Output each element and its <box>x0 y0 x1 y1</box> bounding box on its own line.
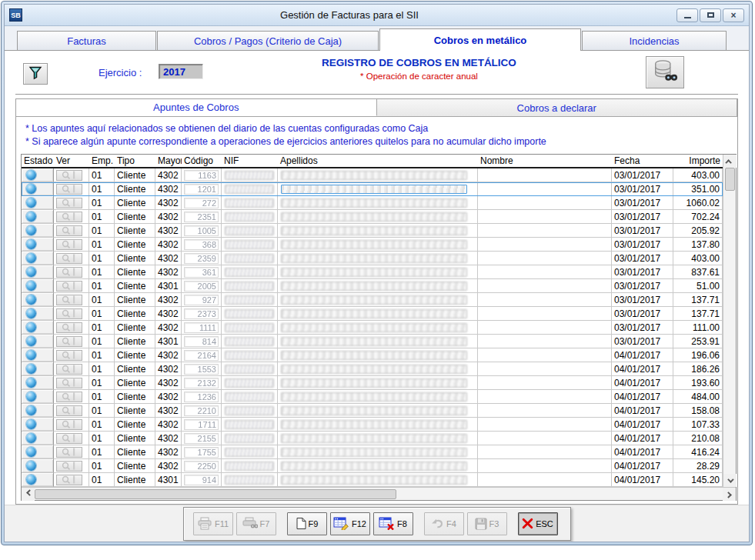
close-button[interactable]: × <box>723 8 744 22</box>
table-row[interactable]: 01 Cliente 4302 1005 03/01/2017 205.92 <box>22 224 723 238</box>
scroll-right-button[interactable] <box>723 488 736 501</box>
table-row[interactable]: 01 Cliente 4302 2351 03/01/2017 702.24 <box>22 210 723 224</box>
mayor-cell: 4302 <box>155 238 182 252</box>
table-row[interactable]: 01 Cliente 4302 1163 03/01/2017 403.00 <box>22 168 723 182</box>
view-button <box>56 364 82 375</box>
table-row[interactable]: 01 Cliente 4302 2359 03/01/2017 403.00 <box>22 252 723 265</box>
scroll-down-button[interactable] <box>723 474 737 487</box>
estado-status-icon[interactable] <box>26 170 36 180</box>
emp-cell: 01 <box>89 459 115 473</box>
apellidos-redacted-value <box>281 240 467 249</box>
estado-status-icon[interactable] <box>26 239 36 249</box>
table-row[interactable]: 01 Cliente 4302 2155 04/01/2017 210.08 <box>22 432 723 445</box>
apellidos-redacted-value <box>281 351 467 360</box>
table-row[interactable]: 01 Cliente 4302 1201 03/01/2017 351.00 <box>22 182 723 196</box>
main-tab[interactable]: Incidencias <box>582 31 727 50</box>
estado-status-icon[interactable] <box>26 433 36 443</box>
table-row[interactable]: 01 Cliente 4301 814 03/01/2017 253.91 <box>22 335 723 348</box>
estado-status-icon[interactable] <box>26 253 36 263</box>
estado-status-icon[interactable] <box>26 267 36 277</box>
estado-status-icon[interactable] <box>26 198 36 208</box>
apellidos-redacted-value <box>281 378 467 388</box>
table-row[interactable]: 01 Cliente 4302 2250 04/01/2017 28.29 <box>22 459 723 473</box>
toolbar-button[interactable]: F9 <box>287 512 327 535</box>
toolbar-button[interactable]: ESC <box>518 512 558 535</box>
toolbar-button[interactable]: F8 <box>373 512 413 535</box>
estado-status-icon[interactable] <box>26 447 36 457</box>
table-row[interactable]: 01 Cliente 4302 361 03/01/2017 837.61 <box>22 265 723 279</box>
table-row[interactable]: 01 Cliente 4302 1236 04/01/2017 484.00 <box>22 390 723 404</box>
apellidos-cell <box>278 293 478 307</box>
codigo-cell: 814 <box>182 335 222 348</box>
scroll-up-button[interactable] <box>723 155 737 168</box>
nif-cell <box>222 168 278 182</box>
scroll-left-button[interactable] <box>22 488 35 501</box>
table-row[interactable]: 01 Cliente 4302 1111 03/01/2017 111.00 <box>22 321 723 335</box>
table-row[interactable]: 01 Cliente 4302 2373 03/01/2017 137.71 <box>22 307 723 321</box>
codigo-value: 2132 <box>184 378 219 388</box>
estado-status-icon[interactable] <box>26 350 36 360</box>
sub-tab[interactable]: Cobros a declarar <box>377 99 738 116</box>
table-row[interactable]: 01 Cliente 4302 1755 04/01/2017 416.24 <box>22 445 723 459</box>
apellidos-cell <box>278 348 478 362</box>
codigo-cell: 2155 <box>182 432 222 445</box>
sub-tab[interactable]: Apuntes de Cobros <box>16 99 377 116</box>
search-database-button[interactable] <box>646 56 684 88</box>
table-row[interactable]: 01 Cliente 4301 914 04/01/2017 145.20 <box>22 473 723 487</box>
tipo-cell: Cliente <box>115 335 155 348</box>
nombre-cell <box>478 182 612 196</box>
table-row[interactable]: 01 Cliente 4302 2210 04/01/2017 158.08 <box>22 404 723 418</box>
estado-status-icon[interactable] <box>26 322 36 332</box>
vertical-scroll-thumb[interactable] <box>725 168 735 191</box>
toolbar-button[interactable]: F12 <box>330 512 370 535</box>
table-row[interactable]: 01 Cliente 4302 1711 04/01/2017 107.33 <box>22 418 723 432</box>
estado-status-icon[interactable] <box>26 336 36 346</box>
estado-status-icon[interactable] <box>26 308 36 318</box>
ejercicio-input[interactable] <box>159 64 203 79</box>
estado-status-icon[interactable] <box>26 461 36 471</box>
table-row[interactable]: 01 Cliente 4302 1553 04/01/2017 186.26 <box>22 362 723 376</box>
estado-status-icon[interactable] <box>26 419 36 429</box>
main-tab[interactable]: Facturas <box>17 31 156 50</box>
table-row[interactable]: 01 Cliente 4302 368 03/01/2017 137.80 <box>22 238 723 252</box>
estado-status-icon[interactable] <box>26 295 36 305</box>
mayor-cell: 4302 <box>155 390 182 404</box>
estado-status-icon[interactable] <box>26 392 36 402</box>
codigo-value: 368 <box>184 239 219 250</box>
tipo-cell: Cliente <box>115 432 155 445</box>
horizontal-scroll-thumb[interactable] <box>35 489 396 499</box>
estado-status-icon[interactable] <box>26 184 36 194</box>
estado-status-icon[interactable] <box>26 212 36 222</box>
codigo-value: 1236 <box>184 392 219 402</box>
main-tab[interactable]: Cobros en metálico <box>379 28 581 51</box>
horizontal-scrollbar[interactable] <box>22 487 736 500</box>
maximize-button[interactable] <box>700 8 721 22</box>
table-row[interactable]: 01 Cliente 4302 272 03/01/2017 1060.02 <box>22 196 723 210</box>
undo-icon <box>431 518 444 529</box>
table-row[interactable]: 01 Cliente 4302 2132 04/01/2017 193.60 <box>22 376 723 390</box>
apellidos-redacted-value <box>281 434 467 443</box>
nif-cell <box>222 390 278 404</box>
ver-cell <box>54 348 89 362</box>
ver-cell <box>54 418 89 432</box>
estado-status-icon[interactable] <box>26 225 36 235</box>
table-row[interactable]: 01 Cliente 4302 927 03/01/2017 137.71 <box>22 293 723 307</box>
estado-status-icon[interactable] <box>26 378 36 388</box>
ver-cell <box>54 362 89 376</box>
minimize-button[interactable] <box>676 8 698 22</box>
view-magnifier-icon <box>59 323 79 332</box>
codigo-cell: 272 <box>182 196 222 210</box>
tipo-cell: Cliente <box>115 252 155 265</box>
filter-button[interactable] <box>23 63 48 85</box>
toolbar-button-label: F4 <box>446 519 456 528</box>
estado-status-icon[interactable] <box>26 364 36 374</box>
estado-status-icon[interactable] <box>26 475 36 485</box>
estado-status-icon[interactable] <box>26 405 36 415</box>
apellidos-cell <box>278 376 478 390</box>
table-row[interactable]: 01 Cliente 4302 2164 04/01/2017 196.06 <box>22 348 723 362</box>
estado-status-icon[interactable] <box>26 281 36 291</box>
view-button <box>56 308 82 319</box>
vertical-scrollbar[interactable] <box>723 155 736 487</box>
main-tab[interactable]: Cobros / Pagos (Criterio de Caja) <box>157 31 379 50</box>
table-row[interactable]: 01 Cliente 4301 2005 03/01/2017 51.00 <box>22 279 723 293</box>
